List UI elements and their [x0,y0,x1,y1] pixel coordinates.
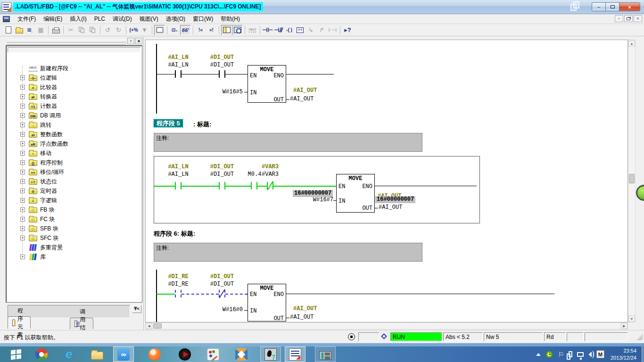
show-desktop-button[interactable] [642,346,644,362]
taskbar-plcsim[interactable] [315,346,336,362]
mdi-minimize-button[interactable]: − [615,15,623,22]
new-icon[interactable] [3,25,14,35]
tree-item-library[interactable]: + 库 [7,252,141,262]
expand-icon[interactable]: + [20,113,25,118]
menu-file[interactable]: 文件(F) [14,14,40,24]
taskbar-paint[interactable] [203,346,223,362]
expand-icon[interactable]: + [20,160,25,165]
help-select-icon[interactable]: ▸? [342,25,353,35]
tree-item-fc-blocks[interactable]: + □ FC 块 [7,214,141,224]
coil-icon[interactable]: -( ) [284,25,295,35]
open-branch-icon[interactable]: ↳ [305,25,316,35]
menu-edit[interactable]: 编辑(E) [40,14,66,24]
mdi-child-icon[interactable] [3,16,10,22]
taskbar-media-player[interactable] [174,346,195,362]
tree-item-status-bits[interactable]: + ≡? 状态位 [7,177,141,186]
tree-item-bit-logic[interactable]: + ⊣⊢ 位逻辑 [7,73,141,82]
expand-icon[interactable]: + [20,198,25,203]
out-operand[interactable]: #AI_OUT [379,205,402,211]
empty-box-icon[interactable]: ?? [295,25,305,35]
no-contact-icon[interactable]: ⊣⊢ [262,25,273,35]
jump-button[interactable]: ₸< [132,305,141,313]
expand-icon[interactable]: + [20,236,25,240]
expand-icon[interactable]: + [20,179,25,184]
maximize-button[interactable] [605,2,619,11]
save-icon[interactable]: ▦ [35,25,46,35]
tree-item-float-func[interactable]: + ±R 浮点数函数 [7,139,141,148]
contact-no[interactable] [181,290,182,297]
network-settings-icon[interactable]: ⊞˯ [25,25,35,35]
move-block[interactable]: MOVE EN ENO IN OUT [336,174,375,213]
expand-icon[interactable]: + [20,132,25,137]
tree-item-shift-rotate[interactable]: + «» 移位/循环 [7,167,141,177]
overview-icon[interactable] [232,25,243,35]
nc-contact-icon[interactable]: ⊣⫻ [273,25,284,35]
close-button[interactable]: × [619,2,640,11]
contact-no[interactable] [175,290,176,297]
paste-icon[interactable] [87,25,98,35]
out-operand[interactable]: #AI_OUT [290,314,314,321]
menu-help[interactable]: 帮助(H) [217,14,244,24]
tree-item-new-network[interactable]: HKO 新建程序段 [7,64,141,73]
taskbar-baidu-pan[interactable]: ∞ [113,346,134,362]
expand-icon[interactable]: + [20,104,25,108]
redo-icon[interactable]: ↻ [113,25,124,35]
tree-item-converter[interactable]: + ⇄ 转换器 [7,92,141,101]
monitor-glasses-icon[interactable]: 66' [180,25,191,35]
contact-no[interactable] [219,70,220,78]
tab-call-structure[interactable]: 调用结构 [70,318,93,329]
menu-options[interactable]: 选项(O) [162,14,189,24]
contact-no[interactable] [224,182,225,189]
mdi-close-button[interactable]: × [634,15,642,22]
sidebar-toggle-icon[interactable] [221,25,232,35]
taskbar-lad-editor[interactable] [285,346,305,362]
volume-icon[interactable] [588,352,592,357]
expand-icon[interactable]: + [20,226,25,231]
tree-item-sfb-blocks[interactable]: + □ SFB 块 [7,224,141,233]
splitter[interactable] [143,36,144,330]
expand-icon[interactable]: + [20,85,25,90]
horizontal-scrollbar[interactable]: ◀ ▶ [145,322,628,329]
connector-icon[interactable]: ⊦⊣ [327,25,338,35]
tree-item-word-logic[interactable]: + ≡ 字逻辑 [7,196,141,205]
contact-no[interactable] [181,70,182,78]
tree-item-db-call[interactable]: + DB DB 调用 [7,111,141,120]
network-icon[interactable] [577,352,584,357]
minimize-button[interactable]: − [592,2,606,11]
ime-indicator[interactable]: M [596,350,604,358]
chevron-down-icon[interactable]: ▼ [127,38,134,44]
network-5-header[interactable]: 程序段 5 [154,119,183,128]
taskbar-file-explorer[interactable] [87,346,107,362]
grip-handle[interactable] [7,40,126,42]
contact-no[interactable] [256,182,257,189]
scroll-down-icon[interactable]: ▼ [628,315,635,322]
tree-item-jump[interactable]: + → 跳转 [7,120,141,130]
tree-item-comparator[interactable]: + < 比较器 [7,82,141,92]
tree-item-integer-func[interactable]: + ±I 整数函数 [7,130,141,139]
expand-icon[interactable]: + [20,141,25,146]
expand-icon[interactable]: + [20,255,25,259]
tree-item-program-control[interactable]: + {} 程序控制 [7,158,141,167]
remove-hardware-icon[interactable] [569,351,572,357]
contact-no[interactable] [219,182,220,189]
address-priority-icon[interactable]: ⊟₊ [169,25,180,35]
vertical-scrollbar[interactable]: ▲ ▼ [628,40,636,322]
taskbar-vmware[interactable] [231,346,252,362]
scroll-right-icon[interactable]: ▶ [621,323,627,329]
expand-icon[interactable]: + [20,189,25,193]
contact-no[interactable] [224,70,225,78]
copy-icon[interactable] [76,25,87,35]
taskbar-simatic-manager[interactable] [260,346,281,362]
move-block[interactable]: MOVE EN ENO IN OUT [248,65,286,103]
vertical-scroll-thumb[interactable] [629,174,635,183]
download-icon[interactable]: ▼ [139,25,150,35]
start-button[interactable] [5,348,27,361]
expand-icon[interactable]: + [20,170,25,174]
scroll-left-icon[interactable]: ◀ [146,323,152,329]
ladder-editor-canvas[interactable]: #AI_LN #AI_LN #DI_OUT #DI_OUT MOVE EN EN… [145,40,628,322]
show-hidden-icons[interactable] [536,353,541,356]
expand-icon[interactable]: + [20,75,25,80]
move-block[interactable]: MOVE EN ENO IN OUT [248,284,286,321]
goto-next-icon[interactable]: »! [206,25,217,35]
menu-debug[interactable]: 调试(D) [109,14,136,24]
